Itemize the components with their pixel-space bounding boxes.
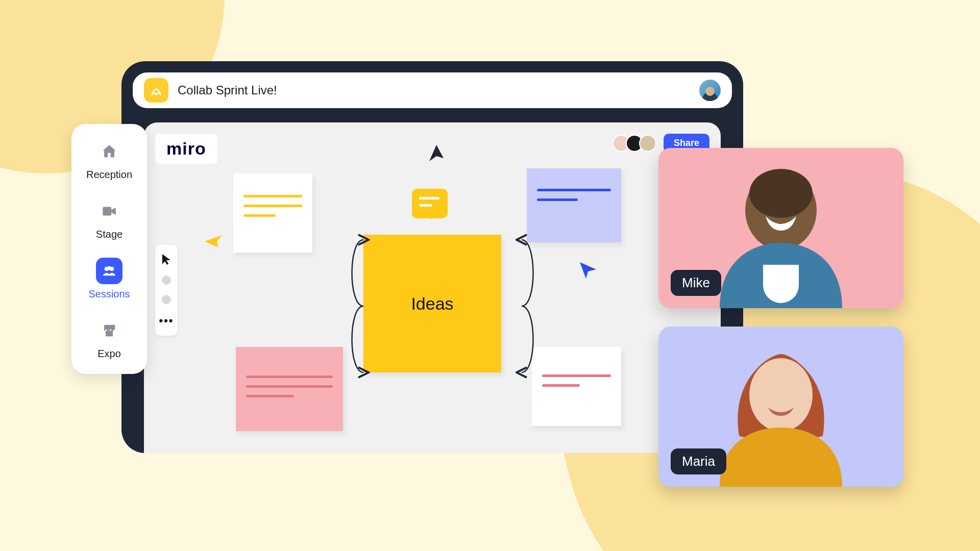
svg-point-3: [107, 266, 111, 270]
remote-cursor: [203, 232, 223, 251]
cursor-tool-icon[interactable]: [161, 253, 172, 265]
participant-video-mike[interactable]: Mike: [658, 148, 903, 308]
sticky-note[interactable]: [236, 347, 343, 431]
person-avatar: [699, 155, 863, 308]
current-user-avatar[interactable]: [699, 80, 721, 101]
participant-name: Maria: [671, 448, 726, 474]
collaborator-avatars[interactable]: [617, 135, 656, 152]
participant-video-maria[interactable]: Maria: [658, 327, 903, 487]
toolbar[interactable]: •••: [155, 245, 178, 336]
video-icon: [96, 198, 122, 224]
sticky-note[interactable]: [527, 168, 621, 242]
miro-canvas[interactable]: miro Share •••: [144, 122, 721, 453]
nav-label: Expo: [97, 348, 121, 360]
home-icon: [96, 138, 122, 165]
nav-stage[interactable]: Stage: [71, 198, 147, 240]
center-sticky[interactable]: Ideas: [363, 235, 501, 372]
sticky-note[interactable]: [233, 173, 312, 253]
booth-icon: [96, 317, 122, 344]
more-tools-icon[interactable]: •••: [159, 314, 174, 328]
center-sticky-text: Ideas: [411, 294, 453, 314]
nav-sessions[interactable]: Sessions: [71, 258, 147, 300]
comment-icon[interactable]: [412, 189, 448, 218]
svg-rect-0: [103, 207, 111, 216]
svg-rect-4: [106, 331, 113, 336]
titlebar: Collab Sprint Live!: [133, 72, 732, 108]
miro-logo: miro: [155, 134, 217, 164]
sticky-note[interactable]: [532, 347, 621, 426]
svg-point-7: [749, 358, 813, 432]
people-icon: [96, 258, 122, 284]
nav-label: Sessions: [88, 288, 130, 300]
session-title: Collab Sprint Live!: [178, 83, 277, 97]
nav-label: Stage: [96, 229, 122, 240]
tool-slot[interactable]: [162, 295, 171, 304]
nav-expo[interactable]: Expo: [71, 317, 147, 360]
nav-reception[interactable]: Reception: [71, 138, 147, 181]
svg-point-6: [749, 169, 813, 218]
remote-cursor: [578, 260, 598, 281]
side-nav: Reception Stage Sessions Expo: [71, 124, 147, 374]
tool-slot[interactable]: [162, 276, 171, 285]
brand-logo: [144, 78, 168, 103]
session-window: Collab Sprint Live! miro Share •••: [121, 61, 743, 453]
nav-label: Reception: [86, 169, 132, 181]
participant-name: Mike: [671, 270, 721, 296]
remote-cursor: [427, 143, 446, 163]
